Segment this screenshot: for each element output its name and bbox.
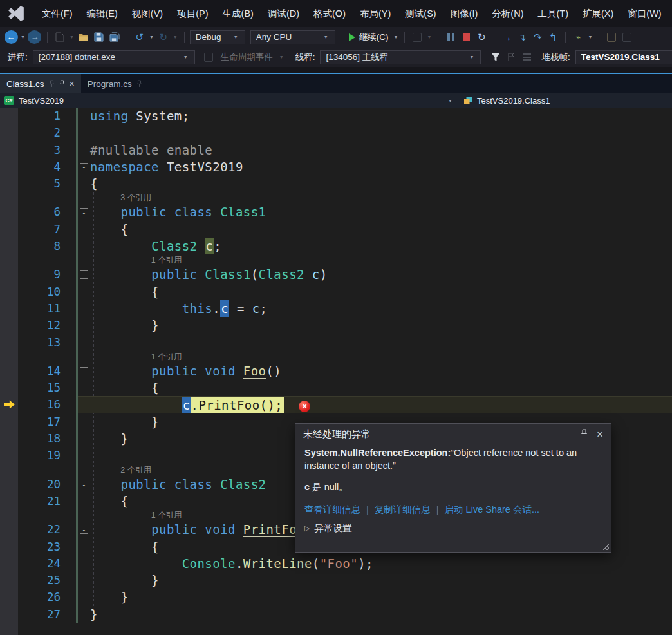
menu-item-1[interactable]: 文件(F) [35,5,80,23]
code-line-10[interactable]: 10 { [0,283,672,300]
code-line-16[interactable]: 16 c.PrintFoo();× [0,396,672,413]
code-editor[interactable]: 1using System;23#nullable enable4-namesp… [0,108,672,635]
collapse-icon[interactable]: - [80,367,88,375]
menu-item-14[interactable]: 窗口(W) [621,5,668,23]
open-file-button[interactable] [77,30,91,45]
code-text[interactable]: Console.WriteLine("Foo"); [90,555,672,572]
hot-reload-dropdown-caret[interactable]: ▼ [588,35,592,39]
codelens-row[interactable]: 1 个引用 [0,254,672,266]
continue-button[interactable]: 继续(C) [346,30,391,45]
menu-item-13[interactable]: 扩展(X) [575,5,621,23]
menu-item-2[interactable]: 编辑(E) [80,5,125,23]
code-text[interactable]: } [90,606,672,623]
tab-program-cs[interactable]: Program.cs [81,74,149,93]
target-browser-button[interactable] [410,30,424,45]
collapse-icon[interactable]: - [80,480,88,488]
code-line-8[interactable]: 8 Class2 c; [0,238,672,254]
code-text[interactable]: c.PrintFoo();× [90,396,672,413]
save-all-button[interactable] [107,30,122,45]
code-line-15[interactable]: 15 { [0,379,672,396]
codelens-references[interactable]: 3 个引用 [90,192,672,204]
glyph-cell[interactable] [0,108,18,124]
new-file-button[interactable] [53,30,67,45]
code-text[interactable]: using System; [90,108,672,124]
collapse-icon[interactable]: - [80,163,88,171]
back-dropdown-caret[interactable]: ▼ [21,35,25,39]
menu-item-4[interactable]: 项目(P) [170,5,215,23]
code-line-25[interactable]: 25 } [0,572,672,589]
collapse-icon[interactable]: - [80,270,88,279]
glyph-cell[interactable] [0,379,18,396]
menu-item-9[interactable]: 测试(S) [398,5,443,23]
code-text[interactable] [90,334,672,351]
navigate-forward-button[interactable]: → [28,30,42,45]
glyph-cell[interactable] [0,124,18,141]
undo-dropdown-caret[interactable]: ▼ [149,35,154,39]
flag-threads-button[interactable] [504,50,518,65]
menu-item-3[interactable]: 视图(V) [125,5,170,23]
close-icon[interactable]: × [70,79,75,88]
code-line-12[interactable]: 12 } [0,317,672,334]
glyph-cell[interactable] [0,266,18,283]
thread-select[interactable]: [134056] 主线程▼ [320,50,481,64]
start-live-share-link[interactable]: 启动 Live Share 会话... [445,504,539,516]
lifecycle-events-button[interactable] [201,50,216,65]
code-text[interactable]: public void Foo() [90,363,672,379]
code-text[interactable]: { [90,175,672,192]
menu-item-11[interactable]: 分析(N) [485,5,530,23]
save-button[interactable] [92,30,106,45]
code-line-4[interactable]: 4-namespace TestVS2019 [0,158,672,175]
glyph-cell[interactable] [0,396,18,413]
menu-item-12[interactable]: 工具(T) [530,5,575,23]
step-out-button[interactable]: ↰ [546,30,560,45]
suspend-threads-button[interactable] [519,50,534,65]
code-line-24[interactable]: 24 Console.WriteLine("Foo"); [0,555,672,572]
continue-dropdown-caret[interactable]: ▼ [394,35,398,39]
pin-button[interactable] [581,429,588,440]
resize-grip[interactable] [602,543,609,550]
step-into-button[interactable]: ↴ [515,30,529,45]
glyph-cell[interactable] [0,521,18,538]
code-line-2[interactable]: 2 [0,124,672,141]
codelens-row[interactable]: 1 个引用 [0,351,672,363]
glyph-cell[interactable] [0,300,18,317]
close-icon[interactable]: × [597,429,603,440]
navigate-back-button[interactable]: ← [4,30,18,45]
restart-button[interactable]: ↻ [474,30,489,45]
glyph-cell[interactable] [0,204,18,220]
code-text[interactable]: this.c = c; [90,300,672,317]
glyph-cell[interactable] [0,254,18,266]
glyph-cell[interactable] [0,283,18,300]
glyph-cell[interactable] [0,238,18,254]
hot-reload-button[interactable]: ⌁ [571,30,585,45]
menu-item-5[interactable]: 生成(B) [216,5,261,23]
menu-item-8[interactable]: 布局(Y) [353,5,398,23]
code-line-5[interactable]: 5{ [0,175,672,192]
glyph-cell[interactable] [0,317,18,334]
glyph-cell[interactable] [0,363,18,379]
misc-tool-button-1[interactable] [604,30,619,45]
redo-button[interactable]: ↻ [156,30,171,45]
collapse-icon[interactable]: - [80,208,88,216]
glyph-cell[interactable] [0,555,18,572]
glyph-cell[interactable] [0,538,18,555]
code-line-14[interactable]: 14- public void Foo() [0,363,672,379]
code-text[interactable]: Class2 c; [90,238,672,254]
code-text[interactable]: #nullable enable [90,142,672,158]
menu-item-7[interactable]: 格式(O) [306,5,353,23]
stack-frame-select[interactable]: TestVS2019.Class1 [575,50,672,64]
code-text[interactable]: public Class1(Class2 c) [90,266,672,283]
code-text[interactable]: public class Class1 [90,204,672,220]
glyph-cell[interactable] [0,351,18,363]
undo-button[interactable]: ↺ [133,30,147,45]
glyph-cell[interactable] [0,606,18,623]
code-text[interactable]: { [90,379,672,396]
code-line-1[interactable]: 1using System; [0,108,672,124]
tab-class1-cs[interactable]: Class1.cs × [0,74,81,93]
code-line-9[interactable]: 9- public Class1(Class2 c) [0,266,672,283]
glyph-cell[interactable] [0,447,18,464]
menu-item-6[interactable]: 调试(D) [261,5,306,23]
project-select[interactable]: C# TestVS2019 ▼ [0,93,458,108]
glyph-cell[interactable] [0,430,18,447]
code-line-7[interactable]: 7 { [0,221,672,238]
